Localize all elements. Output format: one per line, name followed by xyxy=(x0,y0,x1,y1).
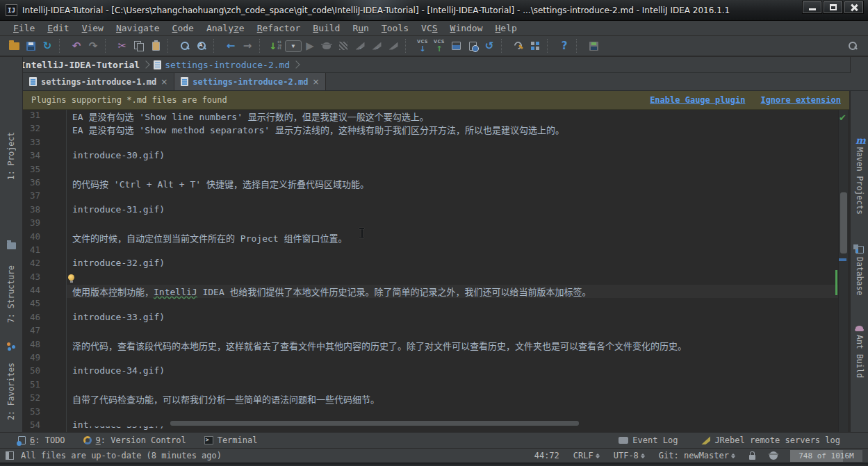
vertical-scrollbar[interactable] xyxy=(838,110,848,432)
save-all-icon[interactable] xyxy=(22,38,39,54)
ignore-extension-link[interactable]: Ignore extension xyxy=(760,95,841,105)
rollback-icon[interactable]: ↺ xyxy=(481,38,498,54)
inspection-ok-checkmark-icon[interactable]: ✔ xyxy=(839,113,846,123)
jrebel-debug-icon[interactable]: JR xyxy=(368,38,385,54)
synchronize-icon[interactable]: ↻ xyxy=(39,38,56,54)
coverage-icon[interactable] xyxy=(335,38,352,54)
run-config-dropdown[interactable]: ▼ xyxy=(285,38,302,54)
tool-window-button-9-version-control[interactable]: 9: Version Control xyxy=(83,435,186,445)
tab-close-icon[interactable]: × xyxy=(161,77,167,87)
toolbar-separator xyxy=(259,39,265,53)
tool-window-button-jrebel-remote-servers-log[interactable]: JRebel remote servers log xyxy=(701,435,840,445)
tool-window-button-maven-projects[interactable]: Maven Projects xyxy=(855,147,865,215)
search-everywhere-button[interactable] xyxy=(844,38,861,54)
tool-window-button-terminal[interactable]: >Terminal xyxy=(204,435,258,445)
tool-window-button-event-log[interactable]: Event Log xyxy=(619,435,678,445)
minimize-button[interactable] xyxy=(802,1,822,14)
undo-icon[interactable]: ↶ xyxy=(68,38,85,54)
breadcrumb-1[interactable]: settings-introduce-2.md xyxy=(154,60,291,70)
shelve-icon[interactable] xyxy=(448,38,464,54)
menu-edit[interactable]: Edit xyxy=(41,22,75,35)
run-icon[interactable]: ▶ xyxy=(302,38,318,54)
tab-close-icon[interactable]: × xyxy=(312,77,319,87)
menu-navigate[interactable]: Navigate xyxy=(110,22,166,35)
vertical-scrollbar-thumb[interactable] xyxy=(840,192,847,253)
maximize-button[interactable] xyxy=(823,1,843,14)
encoding-selector[interactable]: UTF-8 xyxy=(614,451,645,460)
editor-line: 42introduce-32.gif) xyxy=(23,258,838,271)
rollback-icon: ↺ xyxy=(485,40,494,52)
scrollbar-change-marker[interactable] xyxy=(839,258,846,261)
paste-icon[interactable] xyxy=(147,38,164,54)
git-branch-selector[interactable]: Git: newMaster xyxy=(659,451,735,460)
open-icon[interactable] xyxy=(6,38,22,54)
editor-pane[interactable]: 31EA 是没有勾选 'Show line numbers' 显示行数的，但是我… xyxy=(23,110,838,432)
menu-analyze[interactable]: Analyze xyxy=(200,22,251,35)
menu-help[interactable]: Help xyxy=(489,22,523,35)
menu-build[interactable]: Build xyxy=(306,22,346,35)
editor-tab-settings-introduce-2.md[interactable]: settings-introduce-2.md× xyxy=(174,73,326,90)
vcs-update-icon: VCS↓ xyxy=(417,39,428,53)
debug-icon[interactable] xyxy=(318,38,335,54)
hector-inspection-button[interactable] xyxy=(769,451,778,460)
menu-view[interactable]: View xyxy=(76,22,110,35)
editor-line: 34introduce-30.gif) xyxy=(23,150,838,163)
help-icon[interactable]: ? xyxy=(556,38,573,54)
jrebel-run-icon[interactable]: JR xyxy=(352,38,368,54)
breadcrumb-0[interactable]: IntelliJ-IDEA-Tutorial xyxy=(7,60,141,70)
menu-code[interactable]: Code xyxy=(166,22,200,35)
tool-window-button-2-favorites[interactable]: 2: Favorites xyxy=(6,363,16,420)
toolwindow-toggle-icon[interactable] xyxy=(6,451,14,460)
tool-window-button-ant-build[interactable]: Ant Build xyxy=(855,335,865,378)
history-icon[interactable] xyxy=(464,38,481,54)
menu-window[interactable]: Window xyxy=(444,22,489,35)
todo-icon xyxy=(18,436,26,444)
settings-icon[interactable] xyxy=(510,38,527,54)
horizontal-scrollbar[interactable] xyxy=(89,420,838,426)
find-icon[interactable] xyxy=(177,38,193,54)
menu-refactor[interactable]: Refactor xyxy=(251,22,307,35)
line-number: 35 xyxy=(23,164,66,177)
toolbar-separator xyxy=(213,39,220,53)
line-text xyxy=(66,244,838,258)
menu-vcs[interactable]: VCS xyxy=(415,22,443,35)
editor-line: 52自带了代码检查功能，可以帮我们分析一些简单的语法问题和一些代码细节。 xyxy=(23,392,838,406)
menu-run[interactable]: Run xyxy=(346,22,375,35)
memory-indicator[interactable]: 748 of 1016M xyxy=(790,450,862,462)
menu-file[interactable]: File xyxy=(7,22,41,35)
close-button[interactable] xyxy=(844,1,864,14)
line-text: introduce-30.gif) xyxy=(66,150,838,163)
hector-icon xyxy=(769,451,778,460)
horizontal-scrollbar-thumb[interactable] xyxy=(170,421,579,426)
redo-icon[interactable]: ↷ xyxy=(85,38,101,54)
structure-icon xyxy=(7,340,15,353)
line-separator-selector[interactable]: CRLF xyxy=(573,451,600,460)
tool-window-button-7-structure[interactable]: 7: Structure xyxy=(6,265,16,323)
export-icon[interactable] xyxy=(585,38,602,54)
replace-icon[interactable]: A xyxy=(193,38,210,54)
line-number: 32 xyxy=(23,123,66,136)
jrebel-profile-icon[interactable] xyxy=(385,38,402,54)
forward-icon[interactable]: → xyxy=(239,38,256,54)
maven-icon: m xyxy=(855,133,866,147)
caret-position[interactable]: 44:72 xyxy=(534,451,559,460)
project-structure-icon[interactable] xyxy=(527,38,543,54)
copy-icon[interactable] xyxy=(131,38,147,54)
banner-message: Plugins supporting *.md files are found xyxy=(31,95,634,105)
vcs-commit-icon[interactable]: VCS↑ xyxy=(431,38,448,54)
tool-window-button-database[interactable]: Database xyxy=(855,257,865,295)
tool-window-button-label: Event Log xyxy=(632,435,678,445)
back-icon[interactable]: ← xyxy=(222,38,239,54)
vcs-update-icon[interactable]: VCS↓ xyxy=(414,38,431,54)
intention-bulb-icon[interactable] xyxy=(68,274,74,281)
editor-tab-settings-introduce-1.md[interactable]: settings-introduce-1.md× xyxy=(23,73,174,90)
tool-window-button-6-todo[interactable]: 6: TODO xyxy=(18,435,65,445)
menu-tools[interactable]: Tools xyxy=(375,22,415,35)
cut-icon[interactable]: ✂ xyxy=(114,38,131,54)
line-text xyxy=(66,298,838,311)
numeric-sort-icon[interactable]: ↓01 10 01 xyxy=(268,38,285,54)
enable-gauge-plugin-link[interactable]: Enable Gauge plugin xyxy=(650,95,745,105)
readonly-lock-button[interactable] xyxy=(749,452,755,460)
tool-window-button-1-project[interactable]: 1: Project xyxy=(6,132,16,180)
editor-line: 37 xyxy=(23,190,838,203)
